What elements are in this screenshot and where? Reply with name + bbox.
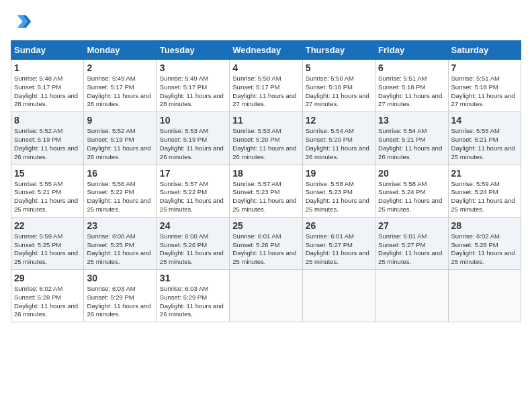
day-info: Sunrise: 5:52 AM Sunset: 5:19 PM Dayligh… [14, 127, 81, 161]
weekday-header-row: SundayMondayTuesdayWednesdayThursdayFrid… [11, 41, 521, 60]
day-number: 21 [451, 168, 518, 179]
weekday-header-friday: Friday [375, 41, 448, 60]
day-info: Sunrise: 5:59 AM Sunset: 5:24 PM Dayligh… [451, 180, 518, 214]
calendar-cell [375, 270, 448, 322]
day-info: Sunrise: 6:01 AM Sunset: 5:26 PM Dayligh… [232, 232, 299, 267]
calendar-cell: 2 Sunrise: 5:49 AM Sunset: 5:17 PM Dayli… [84, 60, 157, 112]
day-number: 29 [14, 273, 81, 283]
calendar-cell: 13 Sunrise: 5:54 AM Sunset: 5:21 PM Dayl… [375, 112, 448, 165]
calendar-cell: 16 Sunrise: 5:56 AM Sunset: 5:22 PM Dayl… [84, 165, 157, 217]
calendar-cell: 24 Sunrise: 6:00 AM Sunset: 5:26 PM Dayl… [157, 217, 229, 269]
calendar-week-1: 1 Sunrise: 5:48 AM Sunset: 5:17 PM Dayli… [11, 60, 521, 112]
day-info: Sunrise: 5:56 AM Sunset: 5:22 PM Dayligh… [87, 180, 153, 214]
calendar-cell: 21 Sunrise: 5:59 AM Sunset: 5:24 PM Dayl… [448, 165, 521, 217]
calendar-cell: 8 Sunrise: 5:52 AM Sunset: 5:19 PM Dayli… [11, 112, 84, 165]
calendar-cell: 22 Sunrise: 5:59 AM Sunset: 5:25 PM Dayl… [11, 217, 84, 269]
day-info: Sunrise: 6:02 AM Sunset: 5:28 PM Dayligh… [451, 232, 518, 267]
day-number: 23 [87, 220, 153, 231]
calendar-header: SundayMondayTuesdayWednesdayThursdayFrid… [11, 41, 521, 60]
day-info: Sunrise: 5:48 AM Sunset: 5:17 PM Dayligh… [14, 75, 81, 109]
calendar-cell: 17 Sunrise: 5:57 AM Sunset: 5:22 PM Dayl… [157, 165, 229, 217]
day-number: 2 [87, 62, 153, 73]
day-info: Sunrise: 5:53 AM Sunset: 5:19 PM Dayligh… [160, 127, 226, 161]
day-info: Sunrise: 5:51 AM Sunset: 5:18 PM Dayligh… [451, 75, 518, 109]
calendar-cell: 18 Sunrise: 5:57 AM Sunset: 5:23 PM Dayl… [230, 165, 302, 217]
day-number: 5 [306, 62, 372, 73]
day-number: 10 [160, 115, 226, 126]
calendar-body: 1 Sunrise: 5:48 AM Sunset: 5:17 PM Dayli… [11, 60, 521, 322]
day-number: 16 [87, 168, 153, 179]
calendar-cell [302, 270, 375, 322]
calendar-cell: 20 Sunrise: 5:58 AM Sunset: 5:24 PM Dayl… [375, 165, 448, 217]
day-number: 4 [232, 62, 299, 73]
day-number: 31 [160, 273, 226, 283]
day-number: 20 [378, 168, 445, 179]
calendar-cell: 14 Sunrise: 5:55 AM Sunset: 5:21 PM Dayl… [448, 112, 521, 165]
day-number: 22 [14, 220, 81, 231]
day-number: 25 [232, 220, 299, 231]
weekday-header-monday: Monday [84, 41, 157, 60]
day-number: 24 [160, 220, 226, 231]
calendar-table: SundayMondayTuesdayWednesdayThursdayFrid… [11, 40, 521, 322]
calendar-cell: 27 Sunrise: 6:01 AM Sunset: 5:27 PM Dayl… [375, 217, 448, 269]
day-number: 3 [160, 62, 226, 73]
day-info: Sunrise: 5:52 AM Sunset: 5:19 PM Dayligh… [87, 127, 153, 161]
day-info: Sunrise: 6:00 AM Sunset: 5:25 PM Dayligh… [87, 232, 153, 267]
day-number: 1 [14, 62, 81, 73]
day-info: Sunrise: 5:53 AM Sunset: 5:20 PM Dayligh… [232, 127, 299, 161]
day-info: Sunrise: 6:02 AM Sunset: 5:28 PM Dayligh… [14, 285, 81, 319]
day-number: 11 [232, 115, 299, 126]
day-info: Sunrise: 5:57 AM Sunset: 5:22 PM Dayligh… [160, 180, 226, 214]
calendar-cell: 25 Sunrise: 6:01 AM Sunset: 5:26 PM Dayl… [230, 217, 302, 269]
day-info: Sunrise: 6:01 AM Sunset: 5:27 PM Dayligh… [378, 232, 445, 267]
calendar-cell: 6 Sunrise: 5:51 AM Sunset: 5:18 PM Dayli… [375, 60, 448, 112]
calendar-cell: 23 Sunrise: 6:00 AM Sunset: 5:25 PM Dayl… [84, 217, 157, 269]
calendar-cell [448, 270, 521, 322]
calendar-cell: 31 Sunrise: 6:03 AM Sunset: 5:29 PM Dayl… [157, 270, 229, 322]
day-info: Sunrise: 5:49 AM Sunset: 5:17 PM Dayligh… [160, 75, 226, 109]
day-info: Sunrise: 5:59 AM Sunset: 5:25 PM Dayligh… [14, 232, 81, 267]
weekday-header-tuesday: Tuesday [157, 41, 229, 60]
page-header [11, 11, 521, 32]
calendar-cell: 28 Sunrise: 6:02 AM Sunset: 5:28 PM Dayl… [448, 217, 521, 269]
day-number: 26 [306, 220, 372, 231]
day-number: 6 [378, 62, 445, 73]
day-number: 30 [87, 273, 153, 283]
calendar-week-3: 15 Sunrise: 5:55 AM Sunset: 5:21 PM Dayl… [11, 165, 521, 217]
weekday-header-sunday: Sunday [11, 41, 84, 60]
calendar-cell: 10 Sunrise: 5:53 AM Sunset: 5:19 PM Dayl… [157, 112, 229, 165]
day-number: 28 [451, 220, 518, 231]
day-info: Sunrise: 5:58 AM Sunset: 5:23 PM Dayligh… [306, 180, 372, 214]
calendar-week-4: 22 Sunrise: 5:59 AM Sunset: 5:25 PM Dayl… [11, 217, 521, 269]
day-info: Sunrise: 6:03 AM Sunset: 5:29 PM Dayligh… [160, 285, 226, 319]
day-number: 7 [451, 62, 518, 73]
day-info: Sunrise: 5:51 AM Sunset: 5:18 PM Dayligh… [378, 75, 445, 109]
calendar-cell: 11 Sunrise: 5:53 AM Sunset: 5:20 PM Dayl… [230, 112, 302, 165]
calendar-cell: 3 Sunrise: 5:49 AM Sunset: 5:17 PM Dayli… [157, 60, 229, 112]
calendar-cell: 26 Sunrise: 6:01 AM Sunset: 5:27 PM Dayl… [302, 217, 375, 269]
day-number: 19 [306, 168, 372, 179]
calendar-week-5: 29 Sunrise: 6:02 AM Sunset: 5:28 PM Dayl… [11, 270, 521, 322]
day-number: 15 [14, 168, 81, 179]
day-number: 12 [306, 115, 372, 126]
day-number: 18 [232, 168, 299, 179]
day-info: Sunrise: 5:55 AM Sunset: 5:21 PM Dayligh… [14, 180, 81, 214]
logo [11, 11, 35, 32]
day-info: Sunrise: 5:49 AM Sunset: 5:17 PM Dayligh… [87, 75, 153, 109]
day-info: Sunrise: 5:54 AM Sunset: 5:21 PM Dayligh… [378, 127, 445, 161]
weekday-header-saturday: Saturday [448, 41, 521, 60]
calendar-cell: 19 Sunrise: 5:58 AM Sunset: 5:23 PM Dayl… [302, 165, 375, 217]
day-number: 9 [87, 115, 153, 126]
calendar-cell: 5 Sunrise: 5:50 AM Sunset: 5:18 PM Dayli… [302, 60, 375, 112]
calendar-cell [230, 270, 302, 322]
weekday-header-thursday: Thursday [302, 41, 375, 60]
day-info: Sunrise: 6:00 AM Sunset: 5:26 PM Dayligh… [160, 232, 226, 267]
day-info: Sunrise: 6:01 AM Sunset: 5:27 PM Dayligh… [306, 232, 372, 267]
day-info: Sunrise: 5:54 AM Sunset: 5:20 PM Dayligh… [306, 127, 372, 161]
day-info: Sunrise: 5:50 AM Sunset: 5:17 PM Dayligh… [232, 75, 299, 109]
day-number: 8 [14, 115, 81, 126]
day-info: Sunrise: 5:55 AM Sunset: 5:21 PM Dayligh… [451, 127, 518, 161]
weekday-header-wednesday: Wednesday [230, 41, 302, 60]
calendar-cell: 4 Sunrise: 5:50 AM Sunset: 5:17 PM Dayli… [230, 60, 302, 112]
day-number: 14 [451, 115, 518, 126]
